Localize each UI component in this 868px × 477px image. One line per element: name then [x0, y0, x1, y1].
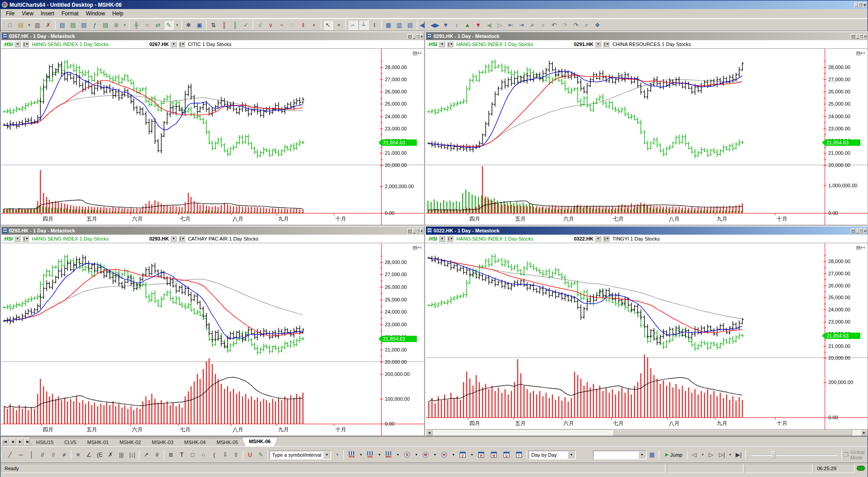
menu-help[interactable]: Help	[109, 9, 127, 18]
anchor-left-button[interactable]: ⇤	[506, 20, 516, 30]
workspace-tab-clv5[interactable]: CLV5	[58, 438, 83, 446]
workspace-tab-mshk-06[interactable]: MSHK-06	[242, 437, 277, 446]
interval-dropdown-icon[interactable]: ❙▼	[178, 41, 185, 47]
resolution-tick-button[interactable]: TICK	[346, 449, 357, 460]
minimize-button[interactable]: _	[412, 34, 416, 39]
chart-window-titlebar[interactable]: 0322.HK - 1 Day - Metastock ◰_□×	[426, 227, 868, 235]
play-step-button[interactable]: ◀▶	[430, 20, 440, 30]
scroll-right-icon[interactable]: ▶	[861, 430, 868, 435]
mode-combo[interactable]: Day by Day ▼	[528, 450, 576, 459]
resolution-volume-caret-icon[interactable]: ▾	[377, 450, 382, 460]
secondary-symbol[interactable]: 0267.HK	[149, 42, 169, 47]
delete-window-button[interactable]: ✗	[43, 20, 53, 30]
mode-combo-value[interactable]: Day by Day	[529, 452, 568, 458]
grow-up-button[interactable]: ▲	[462, 20, 472, 30]
play-end-button[interactable]: ▶|	[734, 450, 743, 460]
insert-window-button[interactable]: ▤	[57, 20, 67, 30]
pan-hand-button[interactable]: ❖	[592, 20, 602, 30]
study-wave-button[interactable]: ∨	[266, 20, 276, 30]
resolution-hour-button[interactable]: H	[438, 449, 450, 460]
menu-file[interactable]: File	[2, 9, 18, 18]
maximize-button[interactable]: □	[859, 228, 863, 234]
compress-down-button[interactable]: ▼	[441, 20, 451, 30]
report-window-button[interactable]: ≣	[111, 20, 121, 30]
print-window-button[interactable]: ▤	[79, 20, 89, 30]
resolution-volume-button[interactable]: VOL	[364, 449, 376, 460]
symbol-interval-combo[interactable]: Type a symbol/interval ▼	[269, 450, 331, 459]
tab-nav-prev-icon[interactable]: ◀	[9, 438, 16, 445]
magnet-mode-button[interactable]: U	[245, 450, 255, 460]
resolution-second-button[interactable]: S	[401, 449, 413, 460]
minimize-button[interactable]: _	[412, 228, 416, 234]
menu-window[interactable]: Window	[82, 9, 109, 18]
format-window-button[interactable]: ▣	[194, 20, 204, 30]
copy-window-button[interactable]: ▤	[68, 20, 78, 30]
interval-dropdown-icon[interactable]: ❙▼	[603, 236, 609, 242]
compress-updown-button[interactable]: ↕	[452, 20, 462, 30]
workspace-tab-mshk-04[interactable]: MSHK-04	[177, 438, 212, 446]
fib-arc-button[interactable]: (E	[95, 450, 105, 460]
symbol-dropdown-icon[interactable]: ▼	[170, 236, 177, 242]
pointer-button[interactable]: ↖	[323, 20, 333, 30]
format-instruments-button[interactable]: ⇅	[208, 20, 218, 30]
pointer-drag-button[interactable]: ┴	[359, 20, 369, 30]
redo-button[interactable]: ↷	[571, 20, 581, 30]
resolution-tick-caret-icon[interactable]: ▾	[358, 450, 363, 460]
secondary-symbol[interactable]: 0291.HK	[574, 42, 593, 47]
symbol-dropdown-icon[interactable]: ▼	[439, 41, 445, 47]
text-note-button[interactable]: ≣	[166, 450, 176, 460]
date-combo[interactable]: ▼	[593, 450, 646, 459]
play-fwd-button[interactable]: ▷|	[717, 450, 727, 460]
anchor-right-button[interactable]: ⇥	[517, 20, 526, 30]
toolbar-grip[interactable]	[2, 20, 3, 29]
chart-area[interactable]: ▤↤ 21,854.63	[426, 243, 868, 429]
resolution-day-caret-icon[interactable]: ▾	[469, 450, 474, 460]
detach-button[interactable]: ◰	[851, 228, 856, 234]
cycle-lines-button[interactable]: |↕|	[127, 450, 137, 460]
text-cursor-button[interactable]: Ⅰ	[369, 20, 379, 30]
study-hist-button[interactable]: ‖	[298, 20, 308, 30]
jump-button[interactable]: ➤ Jump	[661, 450, 685, 460]
function-window-button[interactable]: ƒ	[90, 20, 100, 30]
apply-check-button[interactable]: ✓	[241, 20, 251, 30]
tab-nav-next-icon[interactable]: ▶	[17, 438, 24, 445]
add-window-button[interactable]: ▤	[101, 20, 111, 30]
combo-dropdown-icon[interactable]: ▼	[568, 451, 575, 458]
combo-dropdown-icon[interactable]: ▼	[638, 451, 646, 458]
secondary-symbol[interactable]: 0293.HK	[149, 236, 169, 241]
minimize-button[interactable]: _	[856, 34, 859, 39]
zoom-in-button[interactable]: ⌕	[527, 20, 537, 30]
scanner-button[interactable]: ⇄	[153, 20, 163, 30]
resolution-minute-button[interactable]: M	[420, 449, 431, 460]
symbol-dropdown-icon[interactable]: ▼	[14, 41, 21, 47]
workspace-tab-mshk-02[interactable]: MSHK-02	[113, 438, 148, 446]
play-pause-button[interactable]: ◀▏	[419, 20, 429, 30]
gann-grid-button[interactable]: #	[152, 450, 162, 460]
interval-dropdown-icon[interactable]: ❙▼	[22, 236, 29, 242]
save-workspace-button[interactable]: ▥	[32, 20, 42, 30]
open-workspace-button[interactable]: ▤	[16, 20, 26, 30]
global-mode-toggle[interactable]: ❐ Global Mode	[843, 449, 868, 460]
menu-insert[interactable]: Insert	[37, 9, 58, 18]
resolution-quarter-button[interactable]: Q	[500, 449, 512, 460]
bars-red-button[interactable]: ║	[219, 20, 229, 30]
app-titlebar[interactable]: MultiCharts64 - Untitled Desktop - MSHK-…	[0, 0, 868, 9]
symbol-interval-value[interactable]: Type a symbol/interval	[270, 452, 323, 458]
resolution-second-caret-icon[interactable]: ▾	[414, 450, 419, 460]
bars-green-button[interactable]: ║	[230, 20, 240, 30]
arrow-down-button[interactable]: ⇩	[220, 450, 230, 460]
scrollbar-track[interactable]	[433, 430, 861, 435]
scale-options-icon[interactable]: ▤↤	[412, 50, 421, 56]
detach-button[interactable]: ◰	[851, 34, 856, 39]
workspace-tab-mshk-01[interactable]: MSHK-01	[80, 438, 115, 446]
study-tree-button[interactable]: √	[255, 20, 265, 30]
fib-timezones-button[interactable]: |||	[116, 450, 126, 460]
chart-area[interactable]: ▤↤ 21,854.63	[426, 49, 868, 225]
zoom-out-button[interactable]: ⌕	[538, 20, 548, 30]
close-button[interactable]: ×	[863, 228, 867, 234]
grow-down-button[interactable]: ▼	[473, 20, 483, 30]
interval-dropdown-icon[interactable]: ❙▼	[178, 236, 185, 242]
workspace-tab-hsiu15[interactable]: HSIU15	[29, 438, 60, 446]
primary-symbol[interactable]: .HSI	[428, 42, 437, 47]
shift-left-button[interactable]: ◀	[484, 20, 494, 30]
